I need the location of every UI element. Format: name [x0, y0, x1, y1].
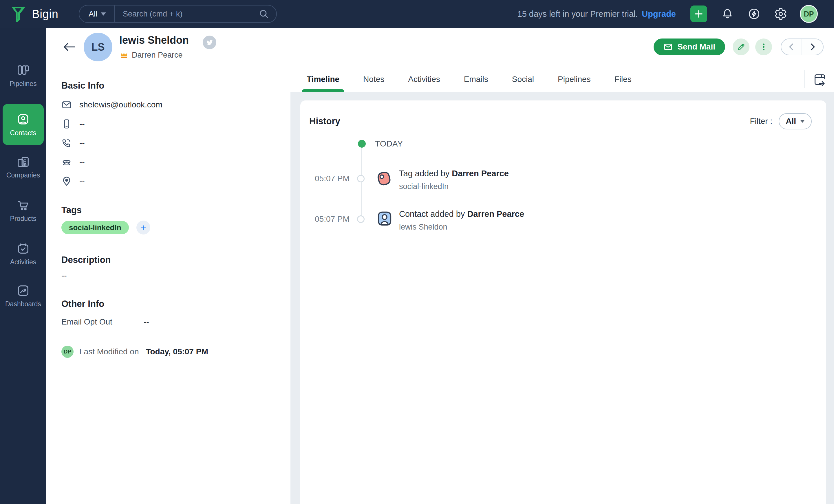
tab-social[interactable]: Social	[509, 66, 537, 92]
timeline-group-label: TODAY	[375, 139, 403, 148]
last-modified-row: DP Last Modified on Today, 05:07 PM	[61, 346, 279, 358]
record-tabs: Timeline Notes Activities Emails Social …	[290, 66, 834, 92]
tab-activities[interactable]: Activities	[405, 66, 443, 92]
contact-avatar: LS	[84, 33, 112, 61]
trial-countdown-text: 15 days left in your Premier trial.	[518, 9, 638, 19]
event-title: Tag added by Darren Pearce	[399, 169, 509, 178]
chevron-down-icon	[101, 13, 106, 16]
event-action: Contact added by	[399, 209, 467, 219]
sidebar-item-activities[interactable]: Activities	[0, 242, 46, 266]
plus-icon	[694, 9, 704, 19]
main-content: History Filter : All TODAY 05:07 PM	[290, 92, 834, 504]
global-search: All	[79, 5, 277, 23]
home-phone-icon	[61, 157, 72, 167]
bell-icon	[721, 8, 733, 20]
phone-icon	[61, 138, 72, 148]
email-opt-out-value: --	[144, 317, 149, 326]
details-panel: Basic Info shelewis@outlook.com -- --	[46, 66, 290, 504]
tab-emails[interactable]: Emails	[461, 66, 491, 92]
tab-timeline[interactable]: Timeline	[304, 66, 342, 92]
sidebar-item-products[interactable]: Products	[0, 199, 46, 223]
bolt-circle-icon	[748, 7, 761, 20]
search-icon[interactable]	[259, 9, 269, 19]
send-mail-label: Send Mail	[677, 42, 715, 51]
envelope-icon	[663, 42, 673, 51]
user-avatar[interactable]: DP	[800, 5, 818, 23]
previous-record-button[interactable]	[781, 39, 802, 55]
email-icon	[61, 99, 72, 110]
home-phone-value: --	[79, 158, 85, 167]
sidebar-item-contacts[interactable]: Contacts	[3, 104, 44, 145]
home-phone-field[interactable]: --	[61, 157, 279, 167]
record-header: LS lewis Sheldon Darren Pearce Send Mail	[46, 28, 834, 66]
chevron-left-icon	[788, 43, 795, 51]
brand[interactable]: Bigin	[11, 5, 58, 23]
edit-button[interactable]	[733, 39, 749, 55]
sidebar: Pipelines Contacts Companies	[0, 28, 46, 504]
tab-pipelines[interactable]: Pipelines	[555, 66, 594, 92]
sidebar-item-label: Contacts	[10, 129, 37, 137]
record-pager	[781, 39, 824, 55]
dashboards-icon	[17, 284, 30, 297]
sidebar-item-dashboards[interactable]: Dashboards	[0, 284, 46, 308]
modifier-avatar: DP	[61, 346, 73, 358]
tab-notes[interactable]: Notes	[360, 66, 387, 92]
bigin-logo-icon	[11, 5, 27, 23]
timeline-node	[357, 215, 365, 223]
description-title: Description	[61, 255, 279, 265]
email-field[interactable]: shelewis@outlook.com	[61, 99, 279, 110]
tag-icon	[376, 169, 392, 187]
more-options-button[interactable]	[755, 39, 772, 55]
event-action: Tag added by	[399, 169, 452, 178]
search-scope-value: All	[89, 9, 97, 19]
open-in-tab-icon[interactable]	[813, 73, 827, 87]
event-detail: lewis Sheldon	[399, 223, 447, 232]
search-scope-dropdown[interactable]: All	[79, 5, 115, 22]
brand-name: Bigin	[32, 7, 58, 21]
last-modified-label: Last Modified on	[79, 347, 139, 357]
quick-add-button[interactable]	[690, 5, 707, 22]
sidebar-item-pipelines[interactable]: Pipelines	[0, 64, 46, 88]
mobile-field[interactable]: --	[61, 119, 279, 129]
owner-name: Darren Pearce	[132, 51, 183, 60]
address-field[interactable]: --	[61, 176, 279, 186]
upgrade-link[interactable]: Upgrade	[642, 9, 676, 19]
event-actor: Darren Pearce	[452, 169, 509, 178]
tags-title: Tags	[61, 205, 279, 215]
tabs-divider	[805, 70, 805, 88]
gear-icon	[774, 7, 787, 20]
twitter-icon[interactable]	[203, 36, 216, 49]
event-time: 05:07 PM	[315, 174, 350, 183]
history-title: History	[309, 116, 340, 127]
other-info-title: Other Info	[61, 299, 279, 309]
event-detail: social-linkedIn	[399, 182, 448, 191]
send-mail-button[interactable]: Send Mail	[654, 39, 725, 55]
filter-value: All	[786, 117, 796, 126]
signals-button[interactable]	[748, 7, 761, 20]
chevron-right-icon	[809, 43, 816, 51]
history-filter-dropdown[interactable]: All	[779, 113, 812, 130]
tag-chip[interactable]: social-linkedIn	[61, 221, 129, 234]
sidebar-item-label: Companies	[6, 171, 40, 179]
search-input[interactable]	[115, 9, 259, 19]
event-time: 05:07 PM	[315, 214, 350, 224]
sidebar-item-companies[interactable]: Companies	[0, 155, 46, 179]
notifications-button[interactable]	[721, 7, 734, 20]
pipelines-icon	[17, 64, 30, 77]
next-record-button[interactable]	[802, 39, 823, 55]
topbar: Bigin All 15 days left in your Premier t…	[0, 0, 834, 28]
contact-name: lewis Sheldon	[119, 34, 189, 46]
pencil-icon	[737, 43, 745, 51]
add-tag-button[interactable]: +	[136, 221, 150, 234]
settings-button[interactable]	[774, 7, 787, 20]
email-opt-out-field: Email Opt Out --	[61, 317, 279, 326]
companies-icon	[17, 155, 30, 168]
back-button[interactable]	[63, 41, 76, 53]
crown-icon	[119, 51, 128, 59]
event-actor: Darren Pearce	[467, 209, 524, 219]
mobile-icon	[61, 119, 72, 129]
record-owner: Darren Pearce	[119, 51, 183, 60]
kebab-menu-icon	[759, 43, 768, 51]
tab-files[interactable]: Files	[612, 66, 635, 92]
phone-field[interactable]: --	[61, 138, 279, 148]
